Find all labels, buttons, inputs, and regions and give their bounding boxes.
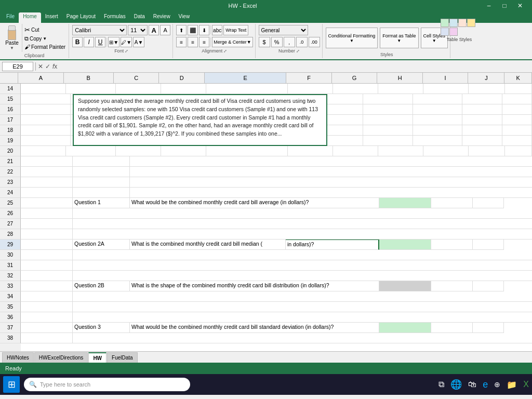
cell-k17[interactable] [502, 115, 532, 125]
cell-j16[interactable] [462, 104, 502, 115]
cell-i20[interactable] [423, 146, 469, 156]
confirm-formula-icon[interactable]: ✓ [45, 63, 50, 70]
row-num-33[interactable]: 33 [0, 281, 21, 291]
cell-d20[interactable] [161, 146, 206, 156]
cell-a25[interactable] [21, 198, 73, 208]
cell-g14[interactable] [333, 84, 378, 94]
cell-b22[interactable] [73, 167, 130, 177]
cell-a35[interactable] [21, 302, 73, 312]
font-grow-button[interactable]: A [149, 25, 159, 35]
row-num-31[interactable]: 31 [0, 260, 21, 271]
row-num-16[interactable]: 16 [0, 104, 21, 115]
cell-j25[interactable] [431, 198, 473, 208]
cell-a33[interactable] [21, 281, 73, 291]
cell-i19[interactable] [413, 136, 463, 146]
align-left-button[interactable]: ≡ [176, 37, 187, 47]
cell-k19[interactable] [502, 136, 532, 146]
col-header-j[interactable]: J [468, 73, 504, 83]
cell-a19[interactable] [21, 136, 71, 146]
increase-decimal-button[interactable]: .0 [296, 37, 308, 47]
row-num-26[interactable]: 26 [0, 208, 21, 219]
cell-h18[interactable] [363, 125, 413, 136]
font-size-select[interactable]: 11 [128, 25, 148, 35]
cell-a29[interactable] [21, 240, 73, 250]
cell-h15[interactable] [363, 94, 413, 104]
files-icon[interactable]: 📁 [507, 380, 517, 390]
cell-a34[interactable] [21, 291, 73, 302]
cell-i29-answer[interactable] [379, 240, 431, 250]
cell-j19[interactable] [462, 136, 502, 146]
tab-insert[interactable]: Insert [41, 12, 62, 23]
tab-page-layout[interactable]: Page Layout [62, 12, 100, 23]
col-header-k[interactable]: K [504, 73, 532, 83]
cell-i37-answer[interactable] [379, 323, 431, 333]
cell-reference-box[interactable] [2, 62, 33, 71]
cell-h20[interactable] [378, 146, 423, 156]
row-num-29[interactable]: 29 [0, 240, 21, 250]
row-num-34[interactable]: 34 [0, 291, 21, 302]
cell-j37[interactable] [431, 323, 473, 333]
row-num-35[interactable]: 35 [0, 302, 21, 312]
cell-j29[interactable] [431, 240, 473, 250]
cell-i33-answer[interactable] [379, 281, 431, 291]
cell-i16[interactable] [413, 104, 463, 115]
cell-c29-merged[interactable]: What is the combined monthly credit card… [130, 240, 286, 250]
taskview-icon[interactable]: ⧉ [438, 380, 444, 389]
cell-k15[interactable] [502, 94, 532, 104]
sheet-tab-hw-active[interactable]: HW [88, 352, 107, 363]
cell-j14[interactable] [469, 84, 505, 94]
start-button[interactable]: ⊞ [3, 376, 20, 393]
tab-home[interactable]: Home [19, 12, 41, 23]
cell-g20[interactable] [333, 146, 378, 156]
row-num-21[interactable]: 21 [0, 156, 21, 167]
excel-icon[interactable]: X [523, 380, 529, 389]
cell-h19[interactable] [363, 136, 413, 146]
number-format-select[interactable]: General [259, 25, 308, 35]
cell-c25-merged[interactable]: What would be the combined monthly credi… [130, 198, 379, 208]
tab-data[interactable]: Data [130, 12, 149, 23]
row-num-17[interactable]: 17 [0, 115, 21, 125]
align-bottom-button[interactable]: ⬇ [199, 25, 209, 35]
cell-f20[interactable] [288, 146, 333, 156]
copy-button[interactable]: ⧉ Copy ▼ [24, 35, 65, 42]
col-header-d[interactable]: D [159, 73, 205, 83]
cell-e14[interactable] [206, 84, 288, 94]
format-as-table-button[interactable]: Format as Table ▼ [380, 28, 418, 48]
cell-k29[interactable] [473, 240, 504, 250]
row-num-19[interactable]: 19 [0, 136, 21, 146]
cell-h17[interactable] [363, 115, 413, 125]
cell-e29-selected[interactable]: in dollars)? [286, 240, 379, 250]
cell-a37[interactable] [21, 323, 73, 333]
row-num-32[interactable]: 32 [0, 271, 21, 281]
comma-button[interactable]: , [284, 37, 295, 47]
cell-a15[interactable] [21, 94, 71, 104]
underline-button[interactable]: U [95, 37, 105, 47]
cell-a31[interactable] [21, 260, 73, 271]
row-num-38[interactable]: 38 [0, 333, 21, 343]
percent-button[interactable]: % [271, 37, 283, 47]
cell-f14[interactable] [288, 84, 333, 94]
row-num-23[interactable]: 23 [0, 177, 21, 188]
font-color-button[interactable]: A▼ [133, 37, 144, 47]
wrap-text-button[interactable]: Wrap Text [223, 25, 248, 35]
align-middle-button[interactable]: ⬛ [188, 25, 198, 35]
insert-function-icon[interactable]: fx [52, 63, 57, 70]
cell-a20[interactable] [21, 146, 66, 156]
col-header-i[interactable]: I [423, 73, 469, 83]
cell-a21[interactable] [21, 156, 73, 167]
format-painter-button[interactable]: 🖌 Format Painter [24, 44, 65, 50]
col-header-g[interactable]: G [332, 73, 378, 83]
align-top-button[interactable]: ⬆ [176, 25, 187, 35]
cell-b24[interactable] [73, 188, 130, 198]
fill-color-button[interactable]: 🖊▼ [121, 37, 132, 47]
cell-d14[interactable] [161, 84, 206, 94]
cell-a32[interactable] [21, 271, 73, 281]
cell-k25[interactable] [473, 198, 504, 208]
row-num-14[interactable]: 14 [0, 84, 21, 94]
paste-button[interactable]: Paste ▼ [2, 24, 22, 52]
cell-k18[interactable] [502, 125, 532, 136]
internet-icon[interactable]: e [483, 379, 488, 390]
row-num-37[interactable]: 37 [0, 323, 21, 333]
sheet-tab-fueldata[interactable]: FuelData [107, 352, 138, 363]
cell-a22[interactable] [21, 167, 73, 177]
